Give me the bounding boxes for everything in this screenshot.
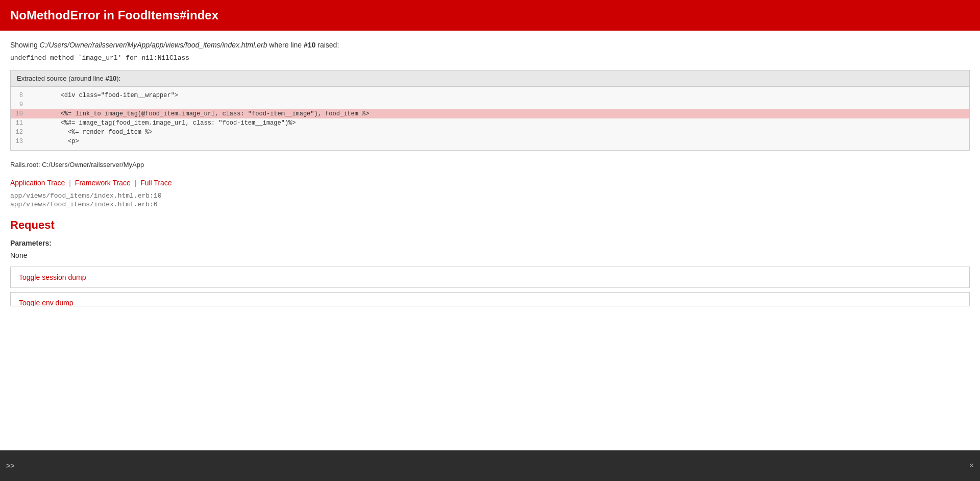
error-title: NoMethodError in FoodItems#index — [10, 8, 970, 22]
source-header-line: #10 — [105, 75, 116, 82]
showing-middle: where line — [267, 41, 304, 49]
params-colon: : — [49, 239, 52, 247]
line-number: 11 — [11, 119, 31, 127]
error-message: undefined method `image_url' for nil:Nil… — [10, 54, 970, 62]
code-line: 11 <%#= image_tag(food_item.image_url, c… — [11, 118, 969, 128]
line-content: <%= render food_item %> — [31, 129, 153, 136]
source-box-header: Extracted source (around line #10): — [11, 70, 969, 87]
rails-root: Rails.root: C:/Users/Owner/railsserver/M… — [10, 161, 970, 169]
line-content: <div class="food-item__wrapper"> — [31, 92, 178, 99]
line-number: 12 — [11, 129, 31, 136]
full-trace-link[interactable]: Full Trace — [140, 179, 172, 187]
showing-filepath: C:/Users/Owner/railsserver/MyApp/app/vie… — [40, 41, 267, 49]
line-content: <p> — [31, 138, 79, 145]
trace-list-item: app/views/food_items/index.html.erb:10 — [10, 191, 970, 200]
showing-prefix: Showing — [10, 41, 40, 49]
toggle-session-box: Toggle session dump — [10, 267, 970, 288]
trace-line-link[interactable]: app/views/food_items/index.html.erb:10 — [10, 192, 161, 200]
trace-line-link[interactable]: app/views/food_items/index.html.erb:6 — [10, 201, 158, 208]
params-label-text: Parameters — [10, 239, 49, 247]
request-section: Request Parameters: None Toggle session … — [10, 219, 970, 306]
line-number: 9 — [11, 101, 31, 108]
code-line: 13 <p> — [11, 137, 969, 146]
bottom-bar: >> × — [0, 450, 980, 481]
line-number: 10 — [11, 110, 31, 117]
showing-suffix: raised: — [315, 41, 339, 49]
trace-links: Application Trace | Framework Trace | Fu… — [10, 179, 970, 187]
trace-list: app/views/food_items/index.html.erb:10ap… — [10, 191, 970, 208]
params-value: None — [10, 251, 970, 259]
main-content: Showing C:/Users/Owner/railsserver/MyApp… — [0, 31, 980, 450]
toggle-session-link[interactable]: Toggle session dump — [19, 273, 86, 281]
code-line: 8 <div class="food-item__wrapper"> — [11, 91, 969, 100]
request-section-title: Request — [10, 219, 970, 232]
code-line: 10 <%= link_to image_tag(@food_item.imag… — [11, 109, 969, 118]
params-label: Parameters: — [10, 239, 970, 247]
source-box: Extracted source (around line #10): 8 <d… — [10, 70, 970, 151]
trace-separator-2: | — [135, 179, 137, 187]
bottom-bar-arrows: >> — [6, 462, 14, 470]
framework-trace-link[interactable]: Framework Trace — [75, 179, 131, 187]
source-code: 8 <div class="food-item__wrapper">910 <%… — [11, 87, 969, 150]
toggle-env-box: Toggle env dump — [10, 292, 970, 306]
application-trace-link[interactable]: Application Trace — [10, 179, 65, 187]
source-header-suffix: ): — [116, 75, 120, 82]
source-header-prefix: Extracted source (around line — [17, 75, 105, 82]
error-header: NoMethodError in FoodItems#index — [0, 0, 980, 31]
line-content: <%= link_to image_tag(@food_item.image_u… — [31, 110, 370, 117]
line-content: <%#= image_tag(food_item.image_url, clas… — [31, 119, 296, 127]
showing-line-number: #10 — [304, 41, 315, 49]
showing-line: Showing C:/Users/Owner/railsserver/MyApp… — [10, 41, 970, 49]
line-number: 13 — [11, 138, 31, 145]
trace-list-item: app/views/food_items/index.html.erb:6 — [10, 200, 970, 208]
trace-separator-1: | — [69, 179, 71, 187]
line-number: 8 — [11, 92, 31, 99]
code-line: 9 — [11, 100, 969, 109]
code-line: 12 <%= render food_item %> — [11, 128, 969, 137]
toggle-env-link[interactable]: Toggle env dump — [19, 299, 74, 306]
close-icon[interactable]: × — [969, 461, 974, 470]
